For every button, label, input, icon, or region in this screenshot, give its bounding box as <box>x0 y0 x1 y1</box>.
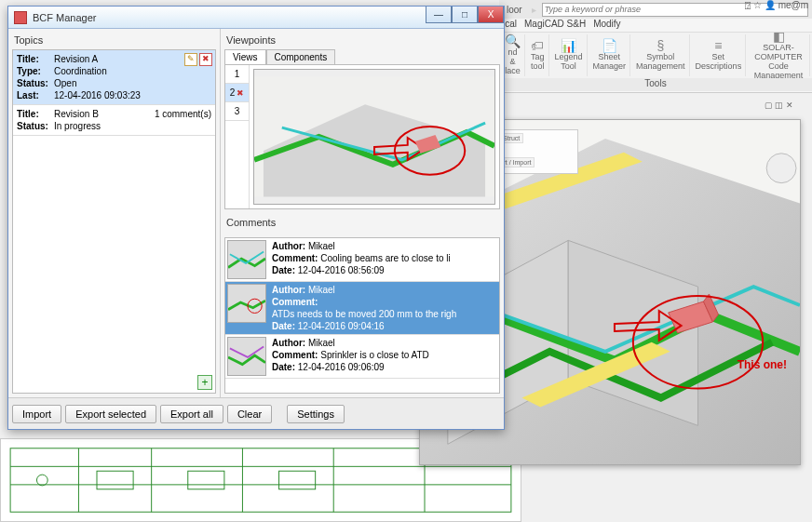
export-all-button[interactable]: Export all <box>160 405 223 423</box>
topic-item[interactable]: 1 comment(s) Title:Revision B Status:In … <box>13 105 215 136</box>
viewpoint-strip: 1 2✖ 3 <box>225 65 250 208</box>
user-label: me@m <box>778 0 808 10</box>
tab-views[interactable]: Views <box>224 49 266 64</box>
sheet-icon: 📄 <box>602 39 617 53</box>
bcf-footer: Import Export selected Export all Clear … <box>8 397 504 429</box>
delete-icon[interactable]: ✖ <box>237 88 244 98</box>
viewpoint-slot[interactable]: 2✖ <box>225 84 249 102</box>
comment-item[interactable]: Author: Mikael Comment: Cooling beams ar… <box>225 238 499 282</box>
topics-list: ✎ ✖ Title:Revision A Type:Coordination S… <box>12 49 216 394</box>
annotation-text: This one! <box>738 358 787 371</box>
tool-legend[interactable]: 📊Legend Tool <box>551 34 588 76</box>
tool-tag[interactable]: 🏷Tag tool <box>527 34 549 76</box>
import-button[interactable]: Import <box>12 405 61 423</box>
comments-label: Comments <box>224 215 500 232</box>
svg-rect-10 <box>188 471 224 489</box>
help-icon[interactable]: ⍰ <box>745 0 751 10</box>
tool-symbol-mgmt[interactable]: §Symbol Management <box>632 34 690 76</box>
topic-item[interactable]: ✎ ✖ Title:Revision A Type:Coordination S… <box>13 50 215 105</box>
svg-rect-26 <box>228 241 265 278</box>
export-selected-button[interactable]: Export selected <box>65 405 156 423</box>
tab-modify[interactable]: Modify <box>593 19 620 32</box>
settings-button[interactable]: Settings <box>287 405 345 423</box>
comment-item[interactable]: Author: Mikael Comment: ATDs needs to be… <box>225 282 499 335</box>
bcf-app-icon <box>14 11 27 24</box>
close-button[interactable]: X <box>478 7 504 23</box>
tool-solar-computer[interactable]: ◧SOLAR-COMPUTER Code Management <box>748 34 810 76</box>
tool-set-descriptions[interactable]: ≡Set Descriptions <box>692 34 747 76</box>
svg-rect-9 <box>97 471 133 489</box>
document-window-controls[interactable]: ▢ ◫ ✕ <box>719 100 793 114</box>
svg-rect-11 <box>279 471 316 489</box>
user-icon[interactable]: 👤 <box>765 0 776 10</box>
svg-point-8 <box>36 475 47 486</box>
delete-icon[interactable]: ✖ <box>199 53 212 66</box>
topics-pane: Topics ✎ ✖ Title:Revision A Type:Coordin… <box>8 29 221 397</box>
desc-icon: ≡ <box>714 39 722 53</box>
tool-sheet-manager[interactable]: 📄Sheet Manager <box>589 34 631 76</box>
app-titlebar: loor ▸ ⍰ ☆ 👤 me@m <box>499 0 812 19</box>
solar-icon: ◧ <box>773 30 785 44</box>
ribbon-tools: 🔍nd & lace 🏷Tag tool 📊Legend Tool 📄Sheet… <box>499 32 812 78</box>
tag-icon: 🏷 <box>531 39 544 53</box>
viewpoint-thumbnail[interactable] <box>253 69 495 205</box>
tab-magicad[interactable]: MagiCAD S&H <box>524 19 586 32</box>
comment-thumbnail <box>227 284 266 323</box>
bcf-manager-window: BCF Manager — □ X Topics ✎ ✖ Title:Revis… <box>7 6 505 430</box>
tab-components[interactable]: Components <box>266 49 336 64</box>
viewpoint-tabs: Views Components <box>224 49 500 64</box>
titlebar-icons: ⍰ ☆ 👤 me@m <box>745 0 808 10</box>
viewpoint-slot[interactable]: 3 <box>225 102 249 121</box>
comment-count: 1 comment(s) <box>155 108 211 120</box>
tab-ical[interactable]: ical <box>503 19 517 32</box>
add-topic-button[interactable]: + <box>197 375 212 390</box>
viewpoints-content: 1 2✖ 3 <box>224 64 500 209</box>
comment-thumbnail <box>227 240 266 279</box>
edit-icon[interactable]: ✎ <box>184 53 197 66</box>
ribbon-group-label: Tools <box>499 78 812 91</box>
ribbon-tabs: ical MagiCAD S&H Modify <box>499 19 812 32</box>
legend-icon: 📊 <box>561 39 576 53</box>
bcf-title-text: BCF Manager <box>33 12 96 23</box>
viewpoints-label: Viewpoints <box>224 33 500 49</box>
symbol-icon: § <box>656 39 664 53</box>
minimize-button[interactable]: — <box>426 7 452 23</box>
comment-item[interactable]: Author: Mikael Comment: Sprinkler is o c… <box>225 335 499 379</box>
find-icon: 🔍 <box>505 34 521 48</box>
topics-label: Topics <box>12 33 216 49</box>
bcf-titlebar[interactable]: BCF Manager — □ X <box>8 7 504 29</box>
viewpoint-slot[interactable]: 1 <box>225 65 249 84</box>
right-pane: Viewpoints Views Components 1 2✖ 3 <box>221 29 504 397</box>
maximize-button[interactable]: □ <box>452 7 478 23</box>
clear-button[interactable]: Clear <box>227 405 272 423</box>
comment-thumbnail <box>227 337 266 376</box>
title-fragment: loor <box>503 5 526 15</box>
svg-point-21 <box>766 154 796 183</box>
comments-list: Author: Mikael Comment: Cooling beams ar… <box>224 237 500 394</box>
ribbon-background: loor ▸ ⍰ ☆ 👤 me@m ical MagiCAD S&H Modif… <box>499 0 812 93</box>
star-icon[interactable]: ☆ <box>753 0 762 10</box>
